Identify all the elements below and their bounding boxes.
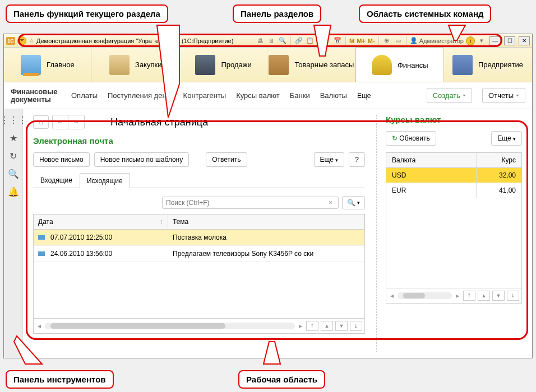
favorite-icon[interactable]: ☆ bbox=[29, 37, 34, 44]
scroll-left-icon[interactable]: ◂ bbox=[36, 322, 43, 330]
page-title: Начальная страница bbox=[110, 116, 208, 128]
titlebar: 1C ☆ Демонстрационная конфигурация "Упра… bbox=[4, 34, 532, 48]
fn-currencies[interactable]: Валюты bbox=[320, 91, 347, 100]
sale-section-icon bbox=[195, 55, 215, 75]
email-col-date[interactable]: Дата↑ bbox=[34, 214, 168, 229]
calendar-icon[interactable]: 📅 bbox=[333, 36, 342, 45]
print-preview-icon[interactable]: 🗎 bbox=[267, 36, 276, 45]
grid-first-button[interactable]: ⤒ bbox=[463, 291, 475, 301]
history-icon[interactable]: ↻ bbox=[8, 151, 19, 161]
star-icon[interactable]: ★ bbox=[8, 133, 19, 143]
new-mail-button[interactable]: Новое письмо bbox=[33, 152, 90, 167]
search-button[interactable]: 🔍 ▾ bbox=[342, 196, 365, 209]
currency-more-button[interactable]: Еще ▾ bbox=[491, 131, 522, 146]
apps-icon[interactable]: ⋮⋮⋮ bbox=[8, 115, 19, 125]
user-icon: 👤 bbox=[410, 37, 418, 44]
sort-asc-icon: ↑ bbox=[160, 218, 163, 226]
reply-button[interactable]: Ответить bbox=[206, 152, 247, 167]
app-icon: 1C bbox=[6, 37, 15, 45]
scroll-right-icon[interactable]: ▸ bbox=[297, 322, 304, 330]
memory-mminus-button[interactable]: M- bbox=[368, 38, 375, 44]
refresh-button[interactable]: ↻ Обновить bbox=[386, 131, 436, 146]
nav-forward-button[interactable]: → bbox=[68, 115, 84, 129]
fin-section-icon bbox=[372, 55, 392, 75]
main-section-icon bbox=[21, 55, 41, 75]
reports-button[interactable]: Отчеты bbox=[482, 88, 525, 103]
tab-inbox[interactable]: Входящие bbox=[33, 172, 80, 188]
grid-up-button[interactable]: ▲ bbox=[478, 291, 490, 301]
annotation-sections-panel: Панель разделов bbox=[233, 4, 321, 23]
email-panel-title: Электронная почта bbox=[33, 136, 365, 146]
memory-m-button[interactable]: M bbox=[349, 38, 354, 44]
table-row[interactable]: USD 32,00 bbox=[386, 168, 521, 183]
maximize-button[interactable]: ☐ bbox=[504, 36, 515, 45]
create-button[interactable]: Создать bbox=[427, 88, 472, 103]
buy-section-icon bbox=[109, 55, 130, 75]
scroll-right-icon[interactable]: ▸ bbox=[454, 292, 461, 300]
dropdown-icon[interactable]: ▾ bbox=[477, 36, 486, 45]
table-row[interactable]: 07.07.2010 12:25:00 Поставка молока bbox=[34, 230, 364, 246]
mail-icon bbox=[38, 235, 45, 240]
currency-grid: Валюта Курс USD 32,00 EUR 41,00 ◂ bbox=[386, 152, 522, 304]
fn-rates[interactable]: Курсы валют bbox=[236, 91, 280, 100]
email-tabs: Входящие Исходящие bbox=[33, 172, 365, 188]
calc-icon[interactable]: 🖩 bbox=[322, 36, 331, 45]
search-clear-icon[interactable]: × bbox=[326, 199, 335, 207]
close-button[interactable]: ✕ bbox=[519, 36, 530, 45]
stock-section-icon bbox=[269, 55, 289, 75]
fn-findocs[interactable]: Финансовые документы bbox=[11, 88, 61, 104]
window-title-suffix: емое п... (1С:Предприятие) bbox=[155, 38, 233, 44]
section-stock[interactable]: Товарные запасы bbox=[267, 48, 355, 82]
fn-contractors[interactable]: Контрагенты bbox=[183, 91, 227, 100]
window-title: Демонстрационная конфигурация "Упра bbox=[36, 38, 152, 44]
section-buy[interactable]: Закупки bbox=[92, 48, 180, 82]
section-ent[interactable]: Предприятие bbox=[444, 48, 532, 82]
section-main[interactable]: Главное bbox=[4, 48, 92, 82]
current-user[interactable]: 👤 Администратор bbox=[410, 37, 464, 44]
currency-col-name[interactable]: Валюта bbox=[386, 153, 477, 167]
section-sale[interactable]: Продажи bbox=[180, 48, 268, 82]
print-icon[interactable]: 🖶 bbox=[256, 36, 265, 45]
copy-icon[interactable]: 📋 bbox=[306, 36, 315, 45]
table-row[interactable]: EUR 41,00 bbox=[386, 183, 521, 198]
search-icon[interactable]: 🔍 bbox=[8, 169, 19, 179]
tab-outbox[interactable]: Исходящие bbox=[80, 173, 130, 188]
email-col-subject[interactable]: Тема bbox=[168, 214, 364, 229]
h-scrollbar[interactable] bbox=[45, 323, 295, 329]
grid-last-button[interactable]: ⤓ bbox=[507, 291, 519, 301]
grid-up-button[interactable]: ▲ bbox=[321, 321, 333, 331]
scroll-left-icon[interactable]: ◂ bbox=[389, 292, 395, 300]
memory-mplus-button[interactable]: M+ bbox=[357, 38, 366, 44]
main-menu-dropdown[interactable] bbox=[17, 36, 26, 45]
search-input[interactable] bbox=[166, 199, 326, 207]
section-fin[interactable]: Финансы bbox=[355, 48, 444, 82]
display-icon[interactable]: ▭ bbox=[394, 36, 403, 45]
grid-down-button[interactable]: ▼ bbox=[492, 291, 505, 301]
email-more-button[interactable]: Еще ▾ bbox=[314, 152, 345, 167]
grid-first-button[interactable]: ⤒ bbox=[306, 321, 318, 331]
fn-more[interactable]: Еще bbox=[357, 92, 373, 100]
body-area: ⋮⋮⋮ ★ ↻ 🔍 🔔 ⌂ ← → Начальная страница Эле… bbox=[4, 109, 532, 358]
grid-last-button[interactable]: ⤓ bbox=[350, 321, 362, 331]
email-help-button[interactable]: ? bbox=[349, 152, 365, 167]
search-tb-icon[interactable]: 🔍 bbox=[278, 36, 287, 45]
zoom-in-icon[interactable]: ⊕ bbox=[382, 36, 391, 45]
link-icon[interactable]: 🔗 bbox=[294, 36, 303, 45]
bell-icon[interactable]: 🔔 bbox=[8, 186, 19, 197]
minimize-button[interactable]: — bbox=[489, 36, 501, 45]
search-box[interactable]: × bbox=[162, 197, 339, 209]
h-scrollbar[interactable] bbox=[398, 292, 452, 299]
home-button[interactable]: ⌂ bbox=[33, 115, 49, 129]
annotation-tools-panel: Панель инструментов bbox=[6, 370, 114, 389]
new-mail-tpl-button[interactable]: Новое письмо по шаблону bbox=[94, 152, 190, 167]
fn-receipts[interactable]: Поступления денег bbox=[108, 91, 173, 100]
app-window: 1C ☆ Демонстрационная конфигурация "Упра… bbox=[3, 34, 533, 358]
table-row[interactable]: 24.06.2010 13:56:00 Предлагаем телевизор… bbox=[34, 246, 364, 262]
fn-payments[interactable]: Оплаты bbox=[71, 91, 98, 100]
nav-back-button[interactable]: ← bbox=[53, 115, 68, 129]
fn-banks[interactable]: Банки bbox=[290, 91, 310, 100]
annotation-functions-panel: Панель функций текущего раздела bbox=[6, 4, 168, 23]
info-icon[interactable]: i bbox=[466, 36, 475, 45]
currency-col-rate[interactable]: Курс bbox=[477, 153, 521, 167]
grid-down-button[interactable]: ▼ bbox=[335, 321, 348, 331]
